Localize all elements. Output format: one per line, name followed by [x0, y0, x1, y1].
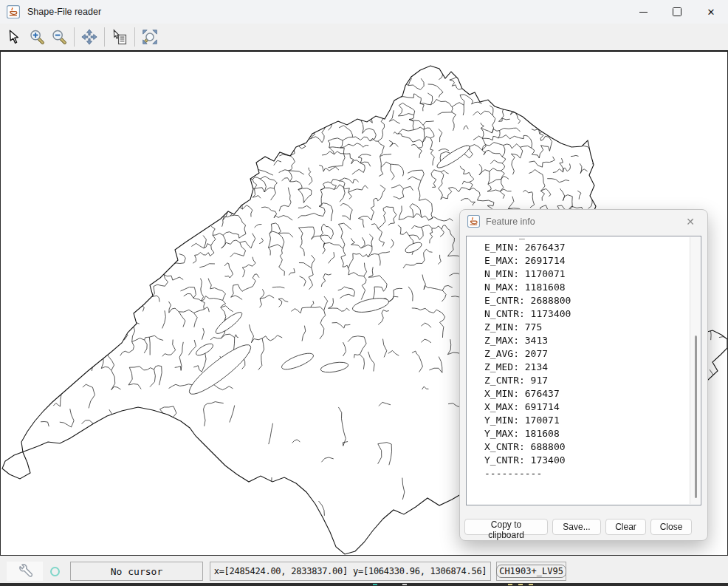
minimize-button[interactable] — [626, 0, 660, 24]
toolbar-separator — [134, 27, 135, 47]
feature-row: X_MAX: 691714 — [484, 401, 701, 414]
magnifier-plus-icon — [29, 29, 45, 45]
feature-row: _ — [484, 236, 701, 241]
taskbar-edge — [0, 583, 728, 586]
window-title: Shape-File reader — [27, 7, 101, 17]
java-app-icon — [467, 215, 480, 228]
taskbar-speck — [518, 584, 523, 585]
taskbar-speck — [402, 584, 407, 585]
close-dialog-button[interactable]: Close — [650, 519, 692, 535]
feature-row: Z_MAX: 3413 — [484, 334, 701, 347]
toolbar — [0, 24, 728, 50]
feature-row: ---------- — [484, 467, 701, 480]
zoom-in-tool-button[interactable] — [27, 27, 47, 47]
feature-row: X_MIN: 676437 — [484, 387, 701, 401]
dialog-close-button[interactable]: ✕ — [681, 213, 700, 231]
toolbar-separator — [104, 27, 105, 47]
pan-arrows-icon — [81, 29, 97, 45]
feature-row: E_MIN: 2676437 — [484, 241, 701, 254]
titlebar: Shape-File reader ✕ — [0, 0, 728, 24]
window-controls: ✕ — [626, 0, 728, 24]
feature-row: X_CNTR: 688800 — [484, 440, 701, 454]
zoom-extent-tool-button[interactable] — [140, 27, 160, 47]
crs-selector-cell: CH1903+_LV95 — [496, 562, 566, 581]
feature-row: N_CNTR: 1173400 — [484, 307, 701, 321]
feature-row: E_CNTR: 2688800 — [484, 294, 701, 307]
magnifier-extent-arrows-icon — [142, 29, 158, 45]
scrollbar-track[interactable] — [690, 237, 700, 504]
feature-row: Z_AVG: 2077 — [484, 347, 701, 361]
pan-tool-button[interactable] — [79, 27, 100, 47]
maximize-button[interactable] — [660, 0, 694, 24]
close-icon: ✕ — [686, 216, 695, 228]
magnifier-minus-icon — [51, 29, 67, 45]
feature-row: E_MAX: 2691714 — [484, 254, 701, 268]
feature-row: Y_CNTR: 173400 — [484, 454, 701, 467]
feature-row: Y_MAX: 181608 — [484, 427, 701, 440]
close-button[interactable]: ✕ — [694, 0, 728, 24]
feature-row: Z_MIN: 775 — [484, 321, 701, 334]
close-icon: ✕ — [707, 7, 715, 17]
taskbar-speck — [529, 584, 533, 585]
feature-list-rows: _E_MIN: 2676437E_MAX: 2691714N_MIN: 1170… — [467, 236, 701, 480]
feature-info-list[interactable]: _E_MIN: 2676437E_MAX: 2691714N_MIN: 1170… — [466, 236, 701, 505]
crs-button[interactable]: CH1903+_LV95 — [496, 565, 566, 578]
taskbar-speck — [508, 584, 512, 585]
clear-button[interactable]: Clear — [605, 519, 646, 535]
save-button[interactable]: Save... — [552, 519, 601, 535]
select-tool-button[interactable] — [4, 27, 25, 47]
toolbar-separator — [74, 27, 75, 47]
minimize-icon — [639, 12, 648, 13]
maximize-icon — [673, 7, 681, 16]
feature-row: N_MIN: 1170071 — [484, 268, 701, 281]
scrollbar-thumb[interactable] — [695, 335, 697, 498]
feature-row: Z_CNTR: 917 — [484, 374, 701, 387]
java-app-icon — [7, 5, 20, 18]
feature-row: Y_MIN: 170071 — [484, 414, 701, 427]
pointer-arrow-icon — [7, 29, 23, 45]
cursor-status-box: No cursor — [70, 562, 203, 581]
feature-row: Z_MED: 2134 — [484, 361, 701, 374]
info-pointer-list-icon — [111, 29, 128, 45]
app-window: Shape-File reader ✕ — [0, 0, 728, 586]
wrench-icon — [15, 561, 35, 582]
zoom-out-tool-button[interactable] — [49, 27, 69, 47]
feature-row: N_MAX: 1181608 — [484, 281, 701, 294]
map-extent-coordinates: x=[2485424.00, 2833837.00] y=[1064330.96… — [210, 562, 491, 581]
copy-to-clipboard-button[interactable]: Copy to clipboard — [464, 519, 548, 535]
taskbar-speck — [373, 584, 377, 585]
feature-info-titlebar: Feature info ✕ — [460, 210, 707, 233]
feature-info-dialog: Feature info ✕ _E_MIN: 2676437E_MAX: 269… — [459, 209, 708, 541]
status-indicator-ring — [50, 567, 60, 576]
tool-status-cell — [7, 562, 43, 581]
feature-info-tool-button[interactable] — [109, 27, 130, 47]
dialog-title: Feature info — [486, 217, 681, 227]
dialog-button-row: Copy to clipboard Save... Clear Close — [464, 519, 692, 535]
